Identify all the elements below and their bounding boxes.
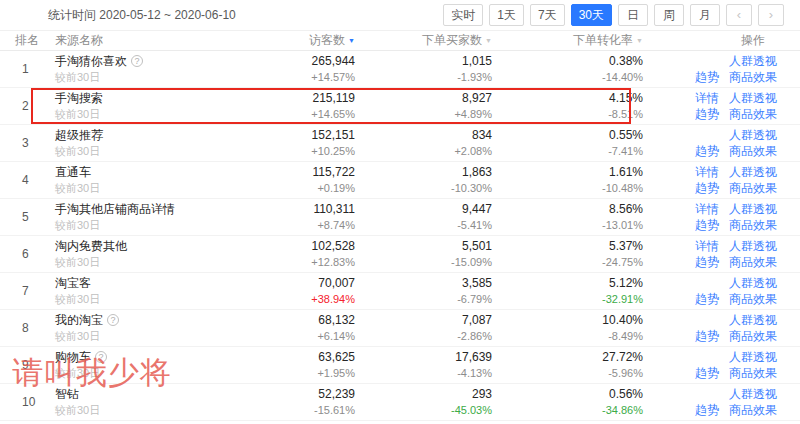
help-icon[interactable]: ? [95,351,107,363]
rank-number: 5 [22,210,55,224]
range-button-realtime[interactable]: 实时 [443,4,483,26]
crowd-insight-link[interactable]: 人群透视 [729,239,777,253]
rank-number: 1 [22,62,55,76]
conversion-rate-cell: 5.12% -32.91% [492,276,643,306]
detail-link[interactable]: 详情 [695,202,719,216]
visitors-change: +14.65% [240,107,355,121]
trend-link[interactable]: 趋势 [695,181,719,195]
product-effect-link[interactable]: 商品效果 [729,144,777,158]
conversion-rate-change: -7.41% [492,144,643,158]
table-row: 9 购物车 ? 较前30日 63,625 +1.95% 17,639 -4.13… [0,347,800,384]
crowd-insight-link[interactable]: 人群透视 [729,276,777,290]
trend-link[interactable]: 趋势 [695,107,719,121]
product-effect-link[interactable]: 商品效果 [729,218,777,232]
sort-desc-icon[interactable]: ▼ [348,37,355,44]
detail-link[interactable]: 详情 [695,239,719,253]
compare-period-label: 较前30日 [55,181,240,195]
order-buyers-value: 293 [355,387,492,401]
source-cell: 我的淘宝 ? 较前30日 [55,313,240,343]
product-effect-link[interactable]: 商品效果 [729,329,777,343]
next-period-icon[interactable]: › [758,4,784,26]
source-cell: 直通车 较前30日 [55,165,240,195]
conversion-rate-cell: 0.55% -7.41% [492,128,643,158]
crowd-insight-link[interactable]: 人群透视 [729,387,777,401]
trend-link[interactable]: 趋势 [695,329,719,343]
product-effect-link[interactable]: 商品效果 [729,255,777,269]
visitors-value: 110,311 [240,202,355,216]
crowd-insight-link[interactable]: 人群透视 [729,91,777,105]
range-button-week[interactable]: 周 [654,4,684,26]
source-name[interactable]: 淘内免费其他 [55,239,127,253]
actions-cell: 详情人群透视 趋势商品效果 [643,199,785,235]
range-button-day[interactable]: 日 [618,4,648,26]
header-actions: 操作 [643,32,785,49]
trend-link[interactable]: 趋势 [695,218,719,232]
trend-link[interactable]: 趋势 [695,70,719,84]
conversion-rate-value: 5.37% [492,239,643,253]
visitors-value: 115,722 [240,165,355,179]
source-name[interactable]: 手淘搜索 [55,91,103,105]
trend-link[interactable]: 趋势 [695,292,719,306]
source-name[interactable]: 我的淘宝 [55,313,103,327]
table-row: 3 超级推荐 较前30日 152,151 +10.25% 834 +2.08% … [0,125,800,162]
compare-period-label: 较前30日 [55,107,240,121]
source-name[interactable]: 淘宝客 [55,276,91,290]
product-effect-link[interactable]: 商品效果 [729,403,777,417]
visitors-change: -15.61% [240,403,355,417]
source-name[interactable]: 超级推荐 [55,128,103,142]
order-buyers-cell: 834 +2.08% [355,128,492,158]
header-visitors-label: 访客数 [309,33,345,47]
actions-cell: 详情人群透视 趋势商品效果 [643,162,785,198]
range-button-30day[interactable]: 30天 [571,4,612,26]
order-buyers-change: -45.03% [355,403,492,417]
product-effect-link[interactable]: 商品效果 [729,181,777,195]
detail-link[interactable]: 详情 [695,91,719,105]
crowd-insight-link[interactable]: 人群透视 [729,128,777,142]
sort-icon[interactable]: ▼ [485,37,492,44]
product-effect-link[interactable]: 商品效果 [729,366,777,380]
source-name[interactable]: 手淘猜你喜欢 [55,54,127,68]
visitors-change: +38.94% [240,292,355,306]
crowd-insight-link[interactable]: 人群透视 [729,202,777,216]
table-row: 6 淘内免费其他 较前30日 102,528 +12.83% 5,501 -15… [0,236,800,273]
range-button-7day[interactable]: 7天 [530,4,565,26]
actions-cell: 人群透视 趋势商品效果 [643,273,785,309]
trend-link[interactable]: 趋势 [695,144,719,158]
table-row: 4 直通车 较前30日 115,722 +0.19% 1,863 -10.30%… [0,162,800,199]
trend-link[interactable]: 趋势 [695,255,719,269]
header-visitors[interactable]: 访客数▼ [240,32,355,49]
visitors-value: 52,239 [240,387,355,401]
order-buyers-cell: 1,863 -10.30% [355,165,492,195]
sort-icon[interactable]: ▼ [636,37,643,44]
order-buyers-value: 9,447 [355,202,492,216]
source-name[interactable]: 购物车 [55,350,91,364]
range-button-1day[interactable]: 1天 [489,4,524,26]
table-row: 8 我的淘宝 ? 较前30日 68,132 +6.14% 7,087 -2.86… [0,310,800,347]
header-conversion-rate[interactable]: 下单转化率▼ [492,32,643,49]
product-effect-link[interactable]: 商品效果 [729,292,777,306]
source-name[interactable]: 手淘其他店铺商品详情 [55,202,175,216]
product-effect-link[interactable]: 商品效果 [729,70,777,84]
order-buyers-value: 1,863 [355,165,492,179]
source-name[interactable]: 直通车 [55,165,91,179]
crowd-insight-link[interactable]: 人群透视 [729,313,777,327]
trend-link[interactable]: 趋势 [695,366,719,380]
trend-link[interactable]: 趋势 [695,403,719,417]
detail-link[interactable]: 详情 [695,165,719,179]
conversion-rate-cell: 8.56% -13.01% [492,202,643,232]
order-buyers-cell: 293 -45.03% [355,387,492,417]
prev-period-icon[interactable]: ‹ [726,4,752,26]
header-order-buyers[interactable]: 下单买家数▼ [355,32,492,49]
source-name[interactable]: 智钻 [55,387,79,401]
range-button-month[interactable]: 月 [690,4,720,26]
product-effect-link[interactable]: 商品效果 [729,107,777,121]
help-icon[interactable]: ? [107,314,119,326]
rank-cell: 8 [15,321,55,335]
crowd-insight-link[interactable]: 人群透视 [729,54,777,68]
crowd-insight-link[interactable]: 人群透视 [729,350,777,364]
crowd-insight-link[interactable]: 人群透视 [729,165,777,179]
help-icon[interactable]: ? [131,55,143,67]
visitors-cell: 68,132 +6.14% [240,313,355,343]
source-cell: 购物车 ? 较前30日 [55,350,240,380]
header-rank: 排名 [15,32,55,49]
